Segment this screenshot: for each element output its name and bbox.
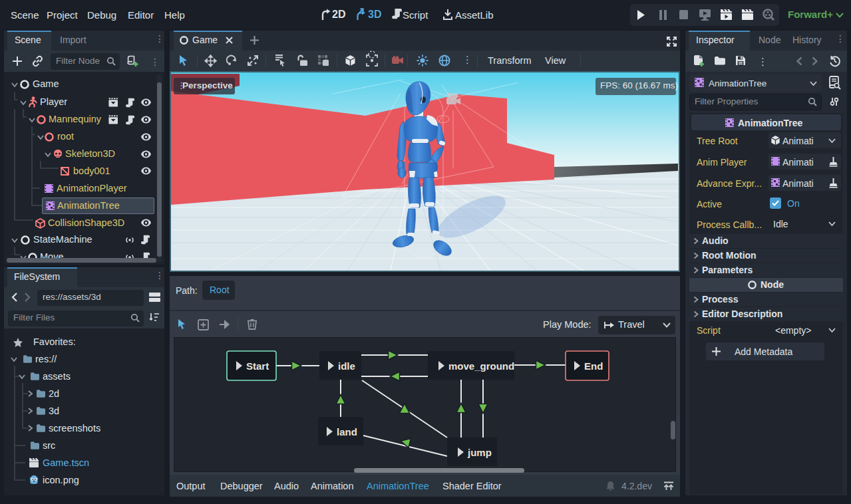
svg-text:move_ground: move_ground (448, 360, 514, 372)
svg-text:Start: Start (246, 360, 269, 372)
svg-text:land: land (337, 426, 357, 438)
svg-text:End: End (584, 360, 603, 372)
svg-text:idle: idle (338, 360, 355, 372)
svg-text:jump: jump (467, 447, 492, 458)
